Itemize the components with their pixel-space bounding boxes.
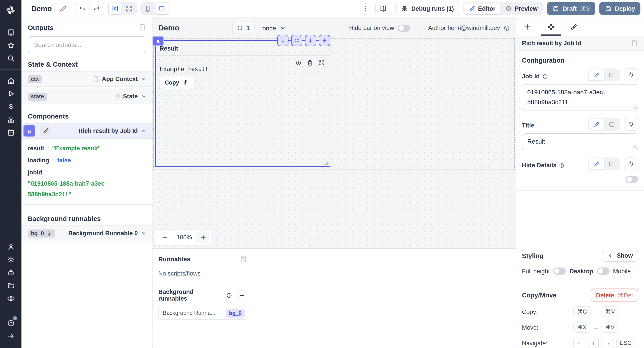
static-input-button[interactable] bbox=[589, 119, 604, 130]
prop-result[interactable]: result: "Example result" bbox=[28, 142, 146, 154]
hide-bar-label: Hide bar on view bbox=[349, 24, 394, 31]
connect-input-button[interactable] bbox=[624, 68, 638, 82]
docs-button[interactable] bbox=[375, 2, 391, 15]
edit-title-button[interactable] bbox=[57, 3, 68, 14]
chevron-up-icon[interactable] bbox=[140, 128, 147, 134]
title-input[interactable]: Result bbox=[522, 134, 638, 150]
users-icon[interactable] bbox=[4, 240, 18, 253]
expand-button[interactable] bbox=[291, 35, 302, 46]
centered-layout-button[interactable] bbox=[109, 3, 122, 14]
search-icon[interactable] bbox=[4, 52, 18, 65]
zoom-out-button[interactable] bbox=[157, 231, 172, 243]
schedules-icon[interactable] bbox=[4, 126, 18, 139]
kbd-key: → bbox=[601, 338, 614, 348]
prop-loading[interactable]: loading: false bbox=[28, 154, 146, 166]
rename-component-button[interactable] bbox=[40, 126, 51, 136]
bg0-badge: bg_0 bbox=[226, 308, 245, 317]
help-icon[interactable] bbox=[4, 317, 18, 330]
zoom-in-button[interactable] bbox=[196, 231, 210, 243]
editor-tab[interactable]: Editor bbox=[464, 3, 500, 14]
chevron-down-icon[interactable] bbox=[140, 76, 147, 82]
ai-assistant-icon[interactable] bbox=[4, 266, 18, 279]
background-runnable-row[interactable]: bg_0 Background Runnable 0 bbox=[22, 226, 152, 241]
copy-result-button[interactable]: Copy bbox=[160, 76, 194, 88]
output-row-state[interactable]: state State bbox=[22, 88, 152, 104]
info-icon[interactable] bbox=[559, 162, 565, 168]
chevron-down-icon[interactable] bbox=[140, 93, 147, 100]
info-icon[interactable] bbox=[542, 73, 548, 80]
info-icon[interactable] bbox=[226, 292, 232, 298]
full-height-toggle[interactable] bbox=[554, 268, 566, 275]
info-icon[interactable] bbox=[503, 24, 510, 32]
draft-label: Draft bbox=[562, 5, 577, 12]
add-background-runnable-button[interactable] bbox=[237, 290, 247, 300]
desktop-toggle[interactable] bbox=[597, 268, 609, 275]
configuration-title: Configuration bbox=[522, 57, 638, 64]
static-input-button[interactable] bbox=[589, 69, 604, 80]
styling-tab[interactable] bbox=[562, 18, 586, 36]
redo-button[interactable] bbox=[90, 2, 104, 15]
undo-button[interactable] bbox=[75, 2, 90, 15]
background-runnable-item[interactable]: Background Runna... bg_0 bbox=[158, 306, 247, 320]
component-row[interactable]: a Rich result by Job Id bbox=[22, 123, 152, 139]
info-icon[interactable] bbox=[295, 60, 302, 66]
component-settings-tab[interactable] bbox=[539, 18, 562, 36]
fullscreen-layout-button[interactable] bbox=[122, 3, 136, 14]
chevron-down-icon[interactable] bbox=[140, 230, 147, 236]
prop-jobid[interactable]: jobId: bbox=[28, 166, 146, 178]
folders-icon[interactable] bbox=[4, 279, 18, 292]
search-outputs-input[interactable] bbox=[33, 41, 141, 49]
insert-component-tab[interactable] bbox=[516, 18, 539, 36]
refresh-count-button[interactable]: 1 bbox=[232, 22, 254, 34]
selected-component[interactable]: a Result bbox=[155, 40, 330, 167]
outputs-doc-icon[interactable] bbox=[138, 23, 146, 31]
draft-button[interactable]: Draft⌘S bbox=[547, 2, 595, 15]
run-mode-dropdown[interactable]: once bbox=[262, 24, 287, 32]
doc-icon bbox=[92, 75, 99, 82]
static-input-button[interactable] bbox=[589, 158, 604, 170]
runnables-doc-icon[interactable] bbox=[239, 255, 247, 263]
hide-details-toggle[interactable] bbox=[626, 176, 638, 183]
desktop-view-button[interactable] bbox=[155, 3, 168, 14]
mobile-view-button[interactable] bbox=[141, 3, 155, 14]
audit-logs-icon[interactable] bbox=[4, 292, 18, 305]
workspace-icon[interactable] bbox=[4, 26, 18, 39]
doc-icon bbox=[113, 93, 120, 100]
canvas-grid[interactable]: a Result bbox=[153, 38, 516, 248]
settings-icon[interactable] bbox=[4, 253, 18, 266]
debug-runs-button[interactable]: Debug runs (1) bbox=[395, 2, 459, 15]
state-label: State bbox=[123, 93, 138, 100]
variables-icon[interactable] bbox=[4, 100, 18, 113]
save-icon bbox=[552, 5, 560, 12]
move-button[interactable] bbox=[319, 35, 330, 46]
favorites-icon[interactable] bbox=[4, 39, 18, 52]
output-row-ctx[interactable]: ctx App Context bbox=[22, 71, 152, 87]
job-id-input[interactable]: 01910865-188a-bab7-a3ec-588b9ba3c211 bbox=[522, 84, 638, 111]
expand-icon[interactable] bbox=[318, 60, 325, 66]
runs-icon[interactable] bbox=[4, 87, 18, 100]
doc-icon[interactable] bbox=[630, 39, 638, 47]
collapse-sidebar-icon[interactable] bbox=[4, 330, 18, 343]
home-icon[interactable] bbox=[4, 74, 18, 87]
fill-height-button[interactable] bbox=[277, 35, 288, 46]
clipboard-icon[interactable] bbox=[307, 60, 314, 66]
resources-icon[interactable] bbox=[4, 113, 18, 126]
preview-tab[interactable]: Preview bbox=[500, 3, 542, 14]
eval-input-button[interactable] bbox=[604, 69, 620, 80]
deploy-button[interactable]: Deploy bbox=[599, 2, 640, 15]
delete-component-button[interactable]: Delete ⌘Del bbox=[590, 288, 638, 302]
eval-input-button[interactable] bbox=[604, 158, 620, 170]
connect-input-button[interactable] bbox=[624, 158, 638, 170]
outputs-search[interactable] bbox=[28, 36, 146, 53]
resize-handle[interactable] bbox=[324, 161, 329, 166]
show-styling-button[interactable]: Show bbox=[602, 250, 638, 262]
author-label: Author henri@windmill.dev bbox=[428, 24, 500, 31]
anchor-button[interactable] bbox=[305, 35, 316, 46]
shortcut-label: Move: bbox=[522, 324, 573, 331]
windmill-logo[interactable] bbox=[0, 0, 22, 20]
connect-input-button[interactable] bbox=[624, 118, 638, 131]
more-menu-button[interactable] bbox=[360, 3, 371, 14]
hide-bar-toggle[interactable] bbox=[398, 24, 410, 32]
eval-input-button[interactable] bbox=[604, 119, 620, 130]
kbd-key: ⌘C bbox=[573, 306, 590, 317]
